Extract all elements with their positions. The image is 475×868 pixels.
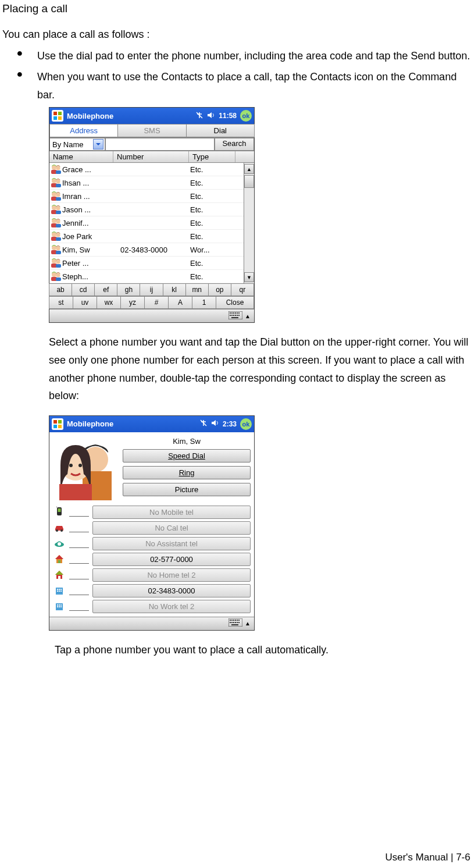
svg-marker-75 — [55, 555, 63, 559]
phone-row: 02-3483-0000 — [53, 584, 251, 597]
svg-point-15 — [56, 193, 60, 197]
col-name[interactable]: Name — [49, 151, 113, 162]
svg-point-64 — [78, 464, 82, 467]
letter-key[interactable]: cd — [72, 283, 95, 296]
chevron-down-icon[interactable] — [93, 139, 103, 150]
ok-button[interactable]: ok — [240, 418, 252, 430]
sort-dropdown[interactable]: By Name — [49, 138, 105, 151]
scroll-down-icon[interactable]: ▼ — [244, 272, 254, 282]
svg-point-69 — [56, 529, 58, 532]
scrollbar[interactable]: ▲ ▼ — [244, 163, 254, 283]
keyboard-icon[interactable] — [228, 311, 242, 321]
svg-rect-67 — [58, 508, 61, 512]
search-button[interactable]: Search — [215, 138, 254, 151]
svg-rect-45 — [235, 312, 236, 314]
contact-row[interactable]: Kim, Sw02-3483-0000Wor... — [49, 243, 244, 257]
letter-key[interactable]: st — [49, 296, 73, 309]
contact-row[interactable]: Peter ...Etc. — [49, 257, 244, 270]
svg-rect-106 — [231, 624, 238, 625]
svg-rect-90 — [57, 606, 58, 607]
phone-list: No Mobile telNo Cal telNo Assistant tel0… — [49, 504, 254, 617]
svg-rect-36 — [56, 264, 61, 268]
keyboard-icon[interactable] — [228, 618, 242, 628]
sip-up-icon[interactable]: ▲ — [245, 313, 251, 319]
tab-address[interactable]: Address — [49, 124, 118, 137]
svg-point-31 — [56, 247, 60, 251]
phone-row: No Work tel 2 — [53, 600, 251, 613]
svg-rect-52 — [237, 315, 238, 316]
svg-rect-92 — [60, 606, 62, 607]
app-title: Mobilephone — [67, 419, 196, 428]
letter-key[interactable]: ij — [140, 283, 163, 296]
letter-key[interactable]: gh — [117, 283, 140, 296]
letter-key[interactable]: 1 — [192, 296, 216, 309]
contact-name-cell: Joe Park — [62, 232, 120, 241]
contact-row[interactable]: Grace ...Etc. — [49, 163, 244, 176]
speed-slot[interactable] — [69, 586, 89, 595]
contact-row[interactable]: Joe ParkEtc. — [49, 230, 244, 243]
svg-rect-91 — [59, 606, 60, 607]
sip-up-icon[interactable]: ▲ — [245, 620, 251, 627]
phone-number-button: No Work tel 2 — [92, 600, 251, 613]
tab-dial[interactable]: Dial — [186, 124, 255, 137]
speed-dial-button[interactable]: Speed Dial — [123, 449, 251, 463]
bullet-text-2: When you want to use the Contacts to pla… — [37, 68, 470, 104]
ring-button[interactable]: Ring — [123, 466, 251, 479]
letter-key[interactable]: ab — [49, 283, 72, 296]
letter-key[interactable]: wx — [97, 296, 121, 309]
speed-slot[interactable] — [69, 524, 89, 532]
phone-number-button: No Cal tel — [92, 521, 251, 535]
close-button[interactable]: Close — [216, 296, 254, 309]
speed-slot[interactable] — [69, 602, 89, 611]
letter-key[interactable]: qr — [231, 283, 254, 296]
contact-row[interactable]: Jason ...Etc. — [49, 203, 244, 216]
letter-key[interactable]: ef — [94, 283, 117, 296]
svg-rect-99 — [238, 620, 240, 621]
letter-grid-row1: abcdefghijklmnopqr — [49, 283, 254, 296]
contact-row[interactable]: Imran ...Etc. — [49, 190, 244, 203]
svg-rect-32 — [56, 251, 61, 254]
speed-slot[interactable] — [69, 539, 89, 548]
contact-type-cell: Etc. — [190, 205, 225, 214]
svg-rect-96 — [233, 620, 234, 621]
contact-row[interactable]: Jennif...Etc. — [49, 216, 244, 230]
phone-row: No Cal tel — [53, 521, 251, 535]
scroll-thumb[interactable] — [244, 175, 254, 188]
letter-key[interactable]: mn — [185, 283, 209, 296]
letter-key[interactable]: # — [144, 296, 169, 309]
tab-sms[interactable]: SMS — [117, 124, 186, 137]
picture-button[interactable]: Picture — [123, 483, 251, 496]
svg-rect-53 — [238, 315, 240, 316]
contact-type-cell: Etc. — [190, 219, 225, 227]
letter-key[interactable]: op — [208, 283, 231, 296]
col-number[interactable]: Number — [113, 151, 189, 162]
letter-key[interactable]: yz — [120, 296, 145, 309]
speed-slot[interactable] — [69, 508, 89, 517]
phone-row: No Home tel 2 — [53, 568, 251, 582]
letter-key[interactable]: kl — [163, 283, 186, 296]
speed-slot[interactable] — [69, 571, 89, 579]
phone-row: No Assistant tel — [53, 537, 251, 550]
svg-rect-40 — [56, 278, 61, 281]
speed-slot[interactable] — [69, 555, 89, 564]
svg-rect-55 — [53, 420, 57, 424]
contact-row[interactable]: Steph...Etc. — [49, 270, 244, 283]
signal-icon — [195, 111, 203, 121]
start-icon[interactable] — [52, 418, 63, 430]
phone-number-button[interactable]: 02-577-0000 — [92, 553, 251, 566]
contact-name: Kim, Sw — [123, 437, 251, 446]
letter-key[interactable]: A — [168, 296, 192, 309]
svg-point-72 — [58, 542, 61, 546]
scroll-up-icon[interactable]: ▲ — [244, 164, 254, 174]
svg-rect-83 — [57, 590, 58, 592]
contact-row[interactable]: Ihsan ...Etc. — [49, 176, 244, 190]
search-input[interactable] — [105, 138, 215, 151]
svg-rect-94 — [230, 620, 231, 621]
svg-rect-84 — [59, 590, 60, 592]
col-type[interactable]: Type — [189, 151, 235, 162]
svg-point-63 — [69, 464, 73, 467]
ok-button[interactable]: ok — [240, 110, 252, 122]
start-icon[interactable] — [52, 110, 63, 122]
phone-number-button[interactable]: 02-3483-0000 — [92, 584, 251, 597]
letter-key[interactable]: uv — [73, 296, 97, 309]
